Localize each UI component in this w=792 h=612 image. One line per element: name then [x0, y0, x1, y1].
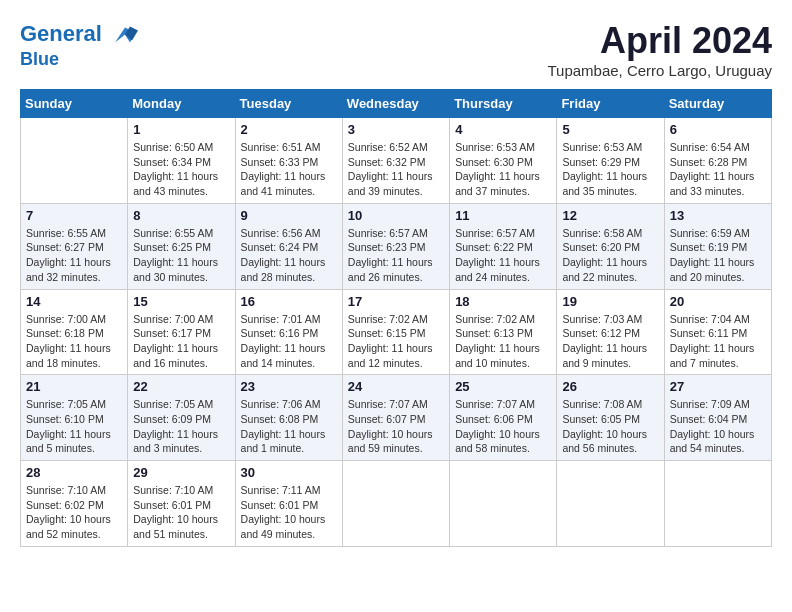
week-row-4: 21Sunrise: 7:05 AMSunset: 6:10 PMDayligh…: [21, 375, 772, 461]
weekday-header-row: SundayMondayTuesdayWednesdayThursdayFrid…: [21, 90, 772, 118]
calendar-cell: 12Sunrise: 6:58 AMSunset: 6:20 PMDayligh…: [557, 203, 664, 289]
calendar-cell: 4Sunrise: 6:53 AMSunset: 6:30 PMDaylight…: [450, 118, 557, 204]
day-number: 13: [670, 208, 766, 223]
calendar-cell: 18Sunrise: 7:02 AMSunset: 6:13 PMDayligh…: [450, 289, 557, 375]
day-number: 16: [241, 294, 337, 309]
calendar-cell: 11Sunrise: 6:57 AMSunset: 6:22 PMDayligh…: [450, 203, 557, 289]
day-number: 17: [348, 294, 444, 309]
weekday-header-monday: Monday: [128, 90, 235, 118]
day-number: 18: [455, 294, 551, 309]
day-info: Sunrise: 6:57 AMSunset: 6:22 PMDaylight:…: [455, 226, 551, 285]
weekday-header-friday: Friday: [557, 90, 664, 118]
calendar-cell: 25Sunrise: 7:07 AMSunset: 6:06 PMDayligh…: [450, 375, 557, 461]
calendar-cell: 3Sunrise: 6:52 AMSunset: 6:32 PMDaylight…: [342, 118, 449, 204]
day-number: 10: [348, 208, 444, 223]
day-number: 19: [562, 294, 658, 309]
calendar-cell: 10Sunrise: 6:57 AMSunset: 6:23 PMDayligh…: [342, 203, 449, 289]
calendar-cell: [557, 461, 664, 547]
day-info: Sunrise: 7:09 AMSunset: 6:04 PMDaylight:…: [670, 397, 766, 456]
calendar-cell: 23Sunrise: 7:06 AMSunset: 6:08 PMDayligh…: [235, 375, 342, 461]
day-number: 11: [455, 208, 551, 223]
day-info: Sunrise: 7:00 AMSunset: 6:17 PMDaylight:…: [133, 312, 229, 371]
weekday-header-tuesday: Tuesday: [235, 90, 342, 118]
calendar-cell: 28Sunrise: 7:10 AMSunset: 6:02 PMDayligh…: [21, 461, 128, 547]
logo-text: General: [20, 20, 140, 50]
day-number: 5: [562, 122, 658, 137]
day-info: Sunrise: 6:56 AMSunset: 6:24 PMDaylight:…: [241, 226, 337, 285]
day-number: 28: [26, 465, 122, 480]
day-number: 14: [26, 294, 122, 309]
page-header: General Blue April 2024 Tupambae, Cerro …: [20, 20, 772, 79]
calendar-cell: 22Sunrise: 7:05 AMSunset: 6:09 PMDayligh…: [128, 375, 235, 461]
day-info: Sunrise: 6:54 AMSunset: 6:28 PMDaylight:…: [670, 140, 766, 199]
calendar-cell: 17Sunrise: 7:02 AMSunset: 6:15 PMDayligh…: [342, 289, 449, 375]
day-info: Sunrise: 6:51 AMSunset: 6:33 PMDaylight:…: [241, 140, 337, 199]
day-number: 20: [670, 294, 766, 309]
day-number: 4: [455, 122, 551, 137]
calendar-cell: 24Sunrise: 7:07 AMSunset: 6:07 PMDayligh…: [342, 375, 449, 461]
day-number: 26: [562, 379, 658, 394]
day-number: 8: [133, 208, 229, 223]
calendar-cell: 19Sunrise: 7:03 AMSunset: 6:12 PMDayligh…: [557, 289, 664, 375]
logo-blue: Blue: [20, 50, 140, 70]
calendar-cell: 13Sunrise: 6:59 AMSunset: 6:19 PMDayligh…: [664, 203, 771, 289]
day-info: Sunrise: 6:55 AMSunset: 6:27 PMDaylight:…: [26, 226, 122, 285]
calendar-cell: 16Sunrise: 7:01 AMSunset: 6:16 PMDayligh…: [235, 289, 342, 375]
calendar-body: 1Sunrise: 6:50 AMSunset: 6:34 PMDaylight…: [21, 118, 772, 547]
day-info: Sunrise: 7:07 AMSunset: 6:06 PMDaylight:…: [455, 397, 551, 456]
day-info: Sunrise: 7:06 AMSunset: 6:08 PMDaylight:…: [241, 397, 337, 456]
calendar-cell: 15Sunrise: 7:00 AMSunset: 6:17 PMDayligh…: [128, 289, 235, 375]
calendar-cell: [21, 118, 128, 204]
day-number: 1: [133, 122, 229, 137]
calendar-cell: 26Sunrise: 7:08 AMSunset: 6:05 PMDayligh…: [557, 375, 664, 461]
day-number: 25: [455, 379, 551, 394]
day-info: Sunrise: 7:02 AMSunset: 6:13 PMDaylight:…: [455, 312, 551, 371]
day-number: 2: [241, 122, 337, 137]
location: Tupambae, Cerro Largo, Uruguay: [547, 62, 772, 79]
logo: General Blue: [20, 20, 140, 70]
calendar-cell: 29Sunrise: 7:10 AMSunset: 6:01 PMDayligh…: [128, 461, 235, 547]
day-info: Sunrise: 7:03 AMSunset: 6:12 PMDaylight:…: [562, 312, 658, 371]
day-info: Sunrise: 6:53 AMSunset: 6:29 PMDaylight:…: [562, 140, 658, 199]
calendar-cell: 2Sunrise: 6:51 AMSunset: 6:33 PMDaylight…: [235, 118, 342, 204]
week-row-1: 1Sunrise: 6:50 AMSunset: 6:34 PMDaylight…: [21, 118, 772, 204]
day-number: 6: [670, 122, 766, 137]
logo-general: General: [20, 21, 102, 46]
day-number: 3: [348, 122, 444, 137]
calendar-table: SundayMondayTuesdayWednesdayThursdayFrid…: [20, 89, 772, 547]
calendar-cell: [664, 461, 771, 547]
day-number: 12: [562, 208, 658, 223]
day-number: 24: [348, 379, 444, 394]
weekday-header-thursday: Thursday: [450, 90, 557, 118]
week-row-2: 7Sunrise: 6:55 AMSunset: 6:27 PMDaylight…: [21, 203, 772, 289]
day-info: Sunrise: 7:04 AMSunset: 6:11 PMDaylight:…: [670, 312, 766, 371]
day-number: 22: [133, 379, 229, 394]
day-number: 29: [133, 465, 229, 480]
weekday-header-sunday: Sunday: [21, 90, 128, 118]
day-info: Sunrise: 7:10 AMSunset: 6:02 PMDaylight:…: [26, 483, 122, 542]
day-info: Sunrise: 6:58 AMSunset: 6:20 PMDaylight:…: [562, 226, 658, 285]
day-number: 21: [26, 379, 122, 394]
week-row-3: 14Sunrise: 7:00 AMSunset: 6:18 PMDayligh…: [21, 289, 772, 375]
calendar-cell: 7Sunrise: 6:55 AMSunset: 6:27 PMDaylight…: [21, 203, 128, 289]
calendar-cell: 8Sunrise: 6:55 AMSunset: 6:25 PMDaylight…: [128, 203, 235, 289]
calendar-cell: 27Sunrise: 7:09 AMSunset: 6:04 PMDayligh…: [664, 375, 771, 461]
day-info: Sunrise: 7:01 AMSunset: 6:16 PMDaylight:…: [241, 312, 337, 371]
calendar-cell: [342, 461, 449, 547]
calendar-cell: 21Sunrise: 7:05 AMSunset: 6:10 PMDayligh…: [21, 375, 128, 461]
day-number: 27: [670, 379, 766, 394]
day-info: Sunrise: 7:10 AMSunset: 6:01 PMDaylight:…: [133, 483, 229, 542]
day-info: Sunrise: 6:52 AMSunset: 6:32 PMDaylight:…: [348, 140, 444, 199]
day-number: 15: [133, 294, 229, 309]
day-number: 9: [241, 208, 337, 223]
calendar-cell: 14Sunrise: 7:00 AMSunset: 6:18 PMDayligh…: [21, 289, 128, 375]
calendar-cell: 30Sunrise: 7:11 AMSunset: 6:01 PMDayligh…: [235, 461, 342, 547]
day-info: Sunrise: 7:02 AMSunset: 6:15 PMDaylight:…: [348, 312, 444, 371]
day-info: Sunrise: 7:05 AMSunset: 6:09 PMDaylight:…: [133, 397, 229, 456]
calendar-cell: 5Sunrise: 6:53 AMSunset: 6:29 PMDaylight…: [557, 118, 664, 204]
weekday-header-wednesday: Wednesday: [342, 90, 449, 118]
day-info: Sunrise: 6:50 AMSunset: 6:34 PMDaylight:…: [133, 140, 229, 199]
calendar-cell: [450, 461, 557, 547]
day-number: 23: [241, 379, 337, 394]
day-number: 30: [241, 465, 337, 480]
